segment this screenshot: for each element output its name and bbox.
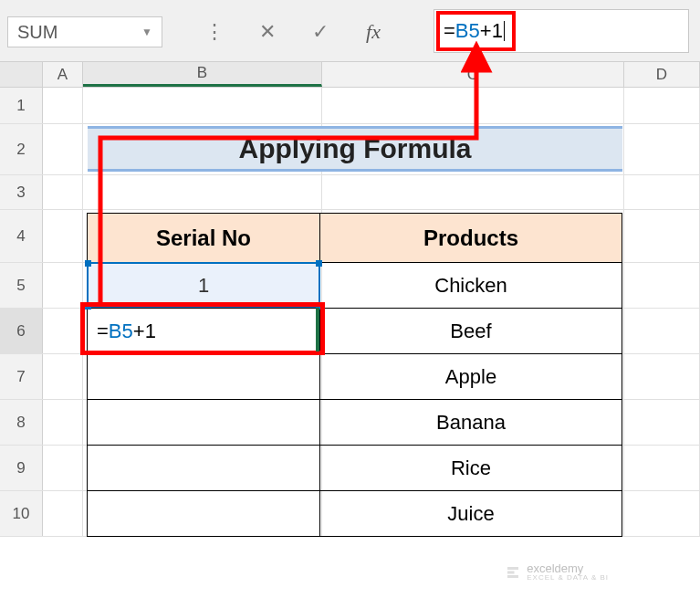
fx-icon[interactable]: fx xyxy=(360,18,387,46)
cell-b8[interactable] xyxy=(87,399,320,446)
name-box-dropdown-icon[interactable]: ▼ xyxy=(141,26,152,38)
table-row: Apple xyxy=(88,354,622,400)
formula-bar-input[interactable]: =B5+1 xyxy=(434,9,689,53)
cell-c7[interactable]: Apple xyxy=(319,353,622,400)
col-header-a[interactable]: A xyxy=(43,62,83,87)
row-header-6[interactable]: 6 xyxy=(0,309,43,353)
cell-b10[interactable] xyxy=(87,490,320,537)
row-header-8[interactable]: 8 xyxy=(0,400,43,445)
row-header-3[interactable]: 3 xyxy=(0,175,43,209)
table-row: Banana xyxy=(88,400,622,446)
cell-b5[interactable]: 1 xyxy=(87,262,320,309)
name-box-value: SUM xyxy=(17,22,57,43)
cell-b9[interactable] xyxy=(87,445,320,491)
header-serial: Serial No xyxy=(87,213,320,263)
col-header-c[interactable]: C xyxy=(322,62,624,87)
watermark-tagline: EXCEL & DATA & BI xyxy=(527,574,609,582)
row-header-1[interactable]: 1 xyxy=(0,88,43,123)
cell-c6[interactable]: Beef xyxy=(319,308,622,354)
column-headers: A B C D xyxy=(0,62,700,88)
header-products: Products xyxy=(319,213,622,263)
cell-b7[interactable] xyxy=(87,353,320,400)
select-all-corner[interactable] xyxy=(0,62,43,87)
col-header-d[interactable]: D xyxy=(624,62,700,87)
col-header-b[interactable]: B xyxy=(83,62,322,87)
row-header-5[interactable]: 5 xyxy=(0,263,43,308)
row-header-2[interactable]: 2 xyxy=(0,124,43,174)
dots-icon: ⋮ xyxy=(201,18,228,46)
name-box[interactable]: SUM ▼ xyxy=(7,16,162,47)
formula-bar-controls: ⋮ ✕ ✓ fx xyxy=(201,16,387,47)
spreadsheet-grid[interactable]: 1 2 3 4 5 6 7 8 9 10 Applying Formula Se… xyxy=(0,88,700,537)
enter-icon[interactable]: ✓ xyxy=(307,18,334,46)
cell-c5[interactable]: Chicken xyxy=(319,262,622,309)
row-header-9[interactable]: 9 xyxy=(0,446,43,490)
cancel-icon[interactable]: ✕ xyxy=(254,18,281,46)
table-row: 1 Chicken xyxy=(88,263,622,309)
row-header-7[interactable]: 7 xyxy=(0,354,43,399)
cell-c9[interactable]: Rice xyxy=(319,445,622,491)
sheet-title: Applying Formula xyxy=(88,126,622,172)
watermark: exceldemy EXCEL & DATA & BI xyxy=(505,562,609,582)
watermark-logo-icon xyxy=(505,564,521,581)
table-row: Rice xyxy=(88,446,622,491)
formula-bar-area: SUM ▼ ⋮ ✕ ✓ fx =B5+1 xyxy=(0,0,700,62)
text-caret xyxy=(504,21,505,41)
formula-eq: = xyxy=(444,19,455,43)
row-header-4[interactable]: 4 xyxy=(0,210,43,262)
cell-b6[interactable]: =B5+1 xyxy=(87,308,320,354)
table-row: =B5+1 Beef xyxy=(88,309,622,354)
row-header-10[interactable]: 10 xyxy=(0,491,43,536)
table-row: Juice xyxy=(88,491,622,537)
cell-c10[interactable]: Juice xyxy=(319,490,622,537)
formula-ref: B5 xyxy=(455,19,480,43)
formula-suffix: +1 xyxy=(480,19,503,43)
table-header-row: Serial No Products xyxy=(88,214,622,263)
cell-c8[interactable]: Banana xyxy=(319,399,622,446)
data-table: Serial No Products 1 Chicken =B5+1 Beef … xyxy=(88,214,622,537)
